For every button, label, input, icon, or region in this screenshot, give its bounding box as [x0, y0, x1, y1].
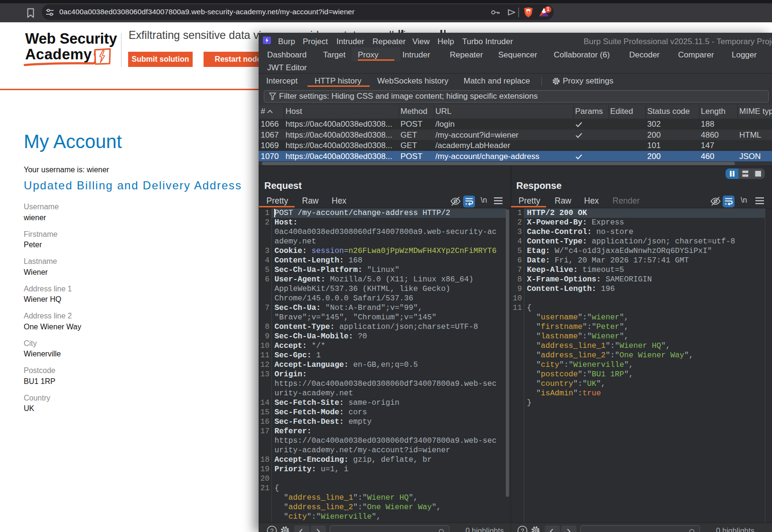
- svg-text:?: ?: [521, 527, 524, 532]
- svg-text:?: ?: [270, 527, 273, 532]
